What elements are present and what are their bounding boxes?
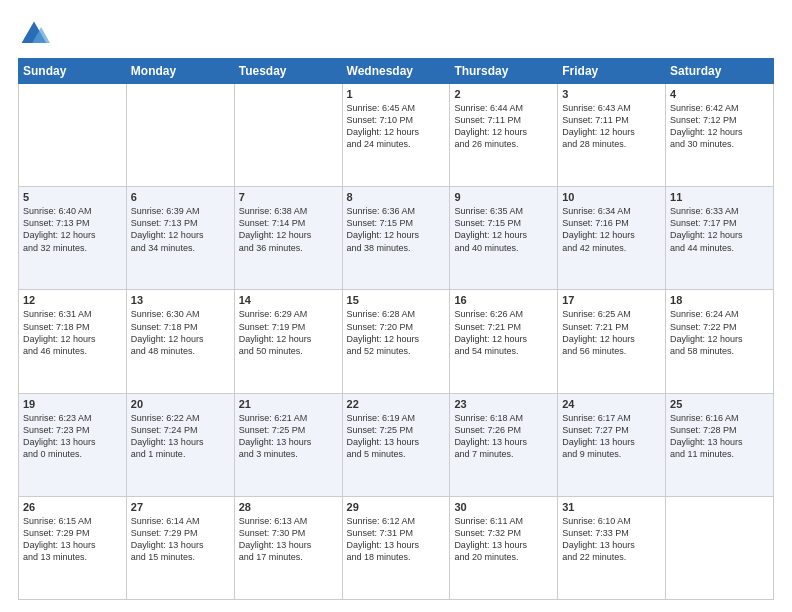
header-friday: Friday [558, 59, 666, 84]
day-number: 2 [454, 88, 553, 100]
calendar-cell [666, 496, 774, 599]
calendar-cell: 10Sunrise: 6:34 AMSunset: 7:16 PMDayligh… [558, 187, 666, 290]
day-info: Sunrise: 6:26 AMSunset: 7:21 PMDaylight:… [454, 309, 527, 355]
calendar-cell: 16Sunrise: 6:26 AMSunset: 7:21 PMDayligh… [450, 290, 558, 393]
day-number: 22 [347, 398, 446, 410]
calendar-cell: 13Sunrise: 6:30 AMSunset: 7:18 PMDayligh… [126, 290, 234, 393]
calendar-row-0: 1Sunrise: 6:45 AMSunset: 7:10 PMDaylight… [19, 84, 774, 187]
day-info: Sunrise: 6:21 AMSunset: 7:25 PMDaylight:… [239, 413, 312, 459]
calendar-cell: 2Sunrise: 6:44 AMSunset: 7:11 PMDaylight… [450, 84, 558, 187]
calendar-cell: 6Sunrise: 6:39 AMSunset: 7:13 PMDaylight… [126, 187, 234, 290]
day-info: Sunrise: 6:36 AMSunset: 7:15 PMDaylight:… [347, 206, 420, 252]
day-info: Sunrise: 6:40 AMSunset: 7:13 PMDaylight:… [23, 206, 96, 252]
calendar-cell [126, 84, 234, 187]
calendar-cell [234, 84, 342, 187]
day-info: Sunrise: 6:29 AMSunset: 7:19 PMDaylight:… [239, 309, 312, 355]
day-number: 1 [347, 88, 446, 100]
header [18, 18, 774, 50]
logo [18, 18, 52, 50]
day-number: 28 [239, 501, 338, 513]
day-info: Sunrise: 6:10 AMSunset: 7:33 PMDaylight:… [562, 516, 635, 562]
day-info: Sunrise: 6:15 AMSunset: 7:29 PMDaylight:… [23, 516, 96, 562]
calendar-cell: 31Sunrise: 6:10 AMSunset: 7:33 PMDayligh… [558, 496, 666, 599]
calendar-cell: 23Sunrise: 6:18 AMSunset: 7:26 PMDayligh… [450, 393, 558, 496]
day-number: 6 [131, 191, 230, 203]
day-number: 29 [347, 501, 446, 513]
calendar-table: Sunday Monday Tuesday Wednesday Thursday… [18, 58, 774, 600]
header-saturday: Saturday [666, 59, 774, 84]
day-number: 18 [670, 294, 769, 306]
day-number: 25 [670, 398, 769, 410]
day-number: 26 [23, 501, 122, 513]
day-number: 15 [347, 294, 446, 306]
day-number: 5 [23, 191, 122, 203]
day-number: 14 [239, 294, 338, 306]
day-info: Sunrise: 6:24 AMSunset: 7:22 PMDaylight:… [670, 309, 743, 355]
day-number: 30 [454, 501, 553, 513]
day-number: 13 [131, 294, 230, 306]
calendar-cell: 11Sunrise: 6:33 AMSunset: 7:17 PMDayligh… [666, 187, 774, 290]
calendar-cell: 29Sunrise: 6:12 AMSunset: 7:31 PMDayligh… [342, 496, 450, 599]
calendar-cell: 7Sunrise: 6:38 AMSunset: 7:14 PMDaylight… [234, 187, 342, 290]
day-number: 16 [454, 294, 553, 306]
day-number: 21 [239, 398, 338, 410]
header-sunday: Sunday [19, 59, 127, 84]
calendar-cell: 26Sunrise: 6:15 AMSunset: 7:29 PMDayligh… [19, 496, 127, 599]
page: Sunday Monday Tuesday Wednesday Thursday… [0, 0, 792, 612]
day-number: 19 [23, 398, 122, 410]
calendar-cell: 9Sunrise: 6:35 AMSunset: 7:15 PMDaylight… [450, 187, 558, 290]
day-number: 10 [562, 191, 661, 203]
header-wednesday: Wednesday [342, 59, 450, 84]
calendar-cell: 21Sunrise: 6:21 AMSunset: 7:25 PMDayligh… [234, 393, 342, 496]
day-info: Sunrise: 6:11 AMSunset: 7:32 PMDaylight:… [454, 516, 527, 562]
day-number: 24 [562, 398, 661, 410]
day-info: Sunrise: 6:43 AMSunset: 7:11 PMDaylight:… [562, 103, 635, 149]
day-info: Sunrise: 6:19 AMSunset: 7:25 PMDaylight:… [347, 413, 420, 459]
calendar-cell: 15Sunrise: 6:28 AMSunset: 7:20 PMDayligh… [342, 290, 450, 393]
calendar-cell: 17Sunrise: 6:25 AMSunset: 7:21 PMDayligh… [558, 290, 666, 393]
day-info: Sunrise: 6:34 AMSunset: 7:16 PMDaylight:… [562, 206, 635, 252]
day-info: Sunrise: 6:39 AMSunset: 7:13 PMDaylight:… [131, 206, 204, 252]
calendar-cell: 8Sunrise: 6:36 AMSunset: 7:15 PMDaylight… [342, 187, 450, 290]
calendar-cell: 3Sunrise: 6:43 AMSunset: 7:11 PMDaylight… [558, 84, 666, 187]
calendar-cell: 5Sunrise: 6:40 AMSunset: 7:13 PMDaylight… [19, 187, 127, 290]
day-info: Sunrise: 6:18 AMSunset: 7:26 PMDaylight:… [454, 413, 527, 459]
calendar-cell: 22Sunrise: 6:19 AMSunset: 7:25 PMDayligh… [342, 393, 450, 496]
day-number: 17 [562, 294, 661, 306]
day-info: Sunrise: 6:33 AMSunset: 7:17 PMDaylight:… [670, 206, 743, 252]
day-number: 27 [131, 501, 230, 513]
day-info: Sunrise: 6:14 AMSunset: 7:29 PMDaylight:… [131, 516, 204, 562]
calendar-row-3: 19Sunrise: 6:23 AMSunset: 7:23 PMDayligh… [19, 393, 774, 496]
day-number: 31 [562, 501, 661, 513]
calendar-cell: 4Sunrise: 6:42 AMSunset: 7:12 PMDaylight… [666, 84, 774, 187]
day-info: Sunrise: 6:38 AMSunset: 7:14 PMDaylight:… [239, 206, 312, 252]
day-info: Sunrise: 6:31 AMSunset: 7:18 PMDaylight:… [23, 309, 96, 355]
day-number: 7 [239, 191, 338, 203]
day-number: 4 [670, 88, 769, 100]
calendar-cell: 28Sunrise: 6:13 AMSunset: 7:30 PMDayligh… [234, 496, 342, 599]
day-info: Sunrise: 6:25 AMSunset: 7:21 PMDaylight:… [562, 309, 635, 355]
day-info: Sunrise: 6:23 AMSunset: 7:23 PMDaylight:… [23, 413, 96, 459]
day-number: 9 [454, 191, 553, 203]
calendar-row-2: 12Sunrise: 6:31 AMSunset: 7:18 PMDayligh… [19, 290, 774, 393]
calendar-cell: 20Sunrise: 6:22 AMSunset: 7:24 PMDayligh… [126, 393, 234, 496]
calendar-row-1: 5Sunrise: 6:40 AMSunset: 7:13 PMDaylight… [19, 187, 774, 290]
header-monday: Monday [126, 59, 234, 84]
calendar-cell: 27Sunrise: 6:14 AMSunset: 7:29 PMDayligh… [126, 496, 234, 599]
calendar-cell: 19Sunrise: 6:23 AMSunset: 7:23 PMDayligh… [19, 393, 127, 496]
day-number: 3 [562, 88, 661, 100]
weekday-header-row: Sunday Monday Tuesday Wednesday Thursday… [19, 59, 774, 84]
logo-icon [18, 18, 50, 50]
day-info: Sunrise: 6:13 AMSunset: 7:30 PMDaylight:… [239, 516, 312, 562]
calendar-cell: 25Sunrise: 6:16 AMSunset: 7:28 PMDayligh… [666, 393, 774, 496]
calendar-cell: 14Sunrise: 6:29 AMSunset: 7:19 PMDayligh… [234, 290, 342, 393]
calendar-row-4: 26Sunrise: 6:15 AMSunset: 7:29 PMDayligh… [19, 496, 774, 599]
day-info: Sunrise: 6:22 AMSunset: 7:24 PMDaylight:… [131, 413, 204, 459]
day-info: Sunrise: 6:42 AMSunset: 7:12 PMDaylight:… [670, 103, 743, 149]
calendar-cell: 30Sunrise: 6:11 AMSunset: 7:32 PMDayligh… [450, 496, 558, 599]
day-info: Sunrise: 6:45 AMSunset: 7:10 PMDaylight:… [347, 103, 420, 149]
day-number: 20 [131, 398, 230, 410]
calendar-cell: 24Sunrise: 6:17 AMSunset: 7:27 PMDayligh… [558, 393, 666, 496]
day-info: Sunrise: 6:17 AMSunset: 7:27 PMDaylight:… [562, 413, 635, 459]
day-number: 11 [670, 191, 769, 203]
